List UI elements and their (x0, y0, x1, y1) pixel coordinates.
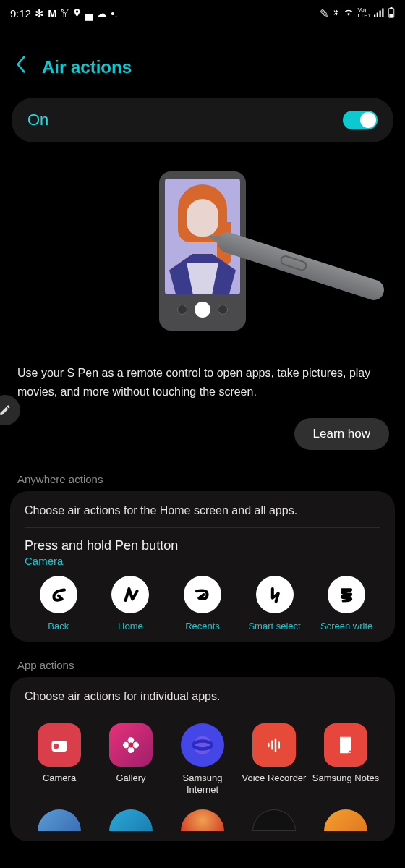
svg-rect-18 (275, 739, 276, 752)
header: Air actions (0, 26, 405, 93)
svg-rect-5 (391, 7, 393, 9)
app-partial-2[interactable] (96, 809, 166, 831)
pen-edit-icon: ✎ (320, 8, 329, 19)
status-right: ✎ Vo)LTE1 (320, 7, 395, 20)
samsung-notes-app-icon (324, 723, 367, 767)
gesture-screen-write[interactable]: Screen write (312, 576, 380, 631)
gesture-label: Smart select (248, 621, 300, 631)
anywhere-panel: Choose air actions for the Home screen a… (10, 491, 395, 642)
svg-point-9 (128, 737, 135, 743)
press-hold-row[interactable]: Press and hold Pen button Camera (25, 538, 380, 567)
app-actions-section-label: App actions (0, 652, 405, 677)
gesture-recents[interactable]: Recents (169, 576, 236, 631)
app-grid: Camera Gallery Samsung Internet Voice Re… (25, 723, 380, 796)
gesture-label: Recents (185, 621, 220, 631)
app-label: Samsung Notes (312, 773, 380, 784)
svg-rect-16 (268, 743, 269, 747)
master-toggle-switch[interactable] (343, 111, 378, 129)
cloud-icon: ▄ (85, 8, 93, 19)
svg-rect-17 (271, 741, 273, 750)
app-label: Gallery (116, 773, 145, 784)
smart-select-gesture-icon (256, 576, 294, 613)
app-label: Camera (43, 773, 76, 784)
volte-icon: Vo)LTE1 (357, 7, 371, 19)
bluetooth-icon (332, 7, 340, 20)
gesture-back[interactable]: Back (25, 576, 93, 631)
app-partial-5[interactable] (311, 809, 380, 831)
illustration (0, 171, 405, 338)
svg-rect-19 (278, 741, 280, 749)
camera-app-icon (38, 723, 81, 767)
wifi-icon (343, 8, 354, 19)
svg-point-13 (129, 743, 134, 748)
gesture-label: Back (48, 621, 69, 631)
app-grid-row-2-partial (25, 809, 380, 831)
gesture-row: Back Home Recents Smart select Screen wr… (25, 576, 380, 631)
divider (25, 527, 380, 528)
app-actions-panel: Choose air actions for individual apps. … (10, 677, 395, 841)
anywhere-intro: Choose air actions for the Home screen a… (25, 504, 380, 527)
master-toggle-row[interactable]: On (12, 98, 393, 142)
svg-rect-6 (389, 14, 393, 17)
svg-point-8 (54, 744, 59, 749)
status-time: 9:12 (10, 7, 31, 20)
app-partial-4[interactable] (239, 809, 309, 831)
voice-recorder-app-icon (252, 723, 296, 767)
back-gesture-icon (40, 576, 77, 613)
svg-point-14 (193, 736, 211, 754)
master-toggle-label: On (27, 111, 48, 129)
learn-how-row: Learn how (0, 415, 405, 466)
app-samsung-notes[interactable]: Samsung Notes (311, 723, 380, 796)
dots-icon: •. (111, 8, 117, 19)
gesture-smart-select[interactable]: Smart select (241, 576, 309, 631)
app-label: Voice Recorder (242, 773, 307, 784)
svg-rect-1 (377, 12, 378, 17)
app-actions-intro: Choose air actions for individual apps. (25, 690, 380, 713)
app-samsung-internet[interactable]: Samsung Internet (168, 723, 237, 796)
app-partial-3[interactable] (168, 809, 237, 831)
battery-icon (388, 7, 395, 20)
samsung-internet-app-icon (181, 723, 224, 767)
svg-rect-3 (382, 8, 383, 17)
svg-rect-2 (380, 10, 381, 17)
camera-controls-illustration (177, 302, 228, 318)
press-hold-title: Press and hold Pen button (25, 538, 380, 553)
location-pin-icon (72, 8, 82, 19)
screen-write-gesture-icon (328, 576, 365, 613)
twitter-bird-icon: 𝕐 (61, 8, 69, 19)
press-hold-app: Camera (25, 555, 380, 567)
app-label: Samsung Internet (168, 773, 237, 796)
mail-m-icon: M (48, 8, 57, 19)
gallery-app-icon (109, 723, 153, 767)
svg-rect-0 (374, 14, 375, 17)
page-title: Air actions (42, 57, 132, 77)
recents-gesture-icon (184, 576, 221, 613)
app-partial-1[interactable] (25, 809, 94, 831)
feature-description: Use your S Pen as a remote control to op… (0, 345, 405, 415)
gesture-label: Screen write (320, 621, 372, 631)
svg-point-12 (123, 742, 129, 749)
anywhere-section-label: Anywhere actions (0, 466, 405, 491)
status-bar: 9:12 ✻ M 𝕐 ▄ ☁ •. ✎ Vo)LTE1 (0, 0, 405, 26)
gesture-label: Home (118, 621, 143, 631)
status-left: 9:12 ✻ M 𝕐 ▄ ☁ •. (10, 7, 118, 20)
toggle-knob (360, 112, 376, 128)
home-gesture-icon (111, 576, 149, 613)
app-gallery[interactable]: Gallery (96, 723, 166, 796)
gesture-home[interactable]: Home (97, 576, 165, 631)
cloud-fill-icon: ☁ (96, 8, 107, 19)
app-voice-recorder[interactable]: Voice Recorder (239, 723, 309, 796)
svg-point-10 (133, 742, 140, 749)
learn-how-button[interactable]: Learn how (294, 418, 389, 450)
back-button[interactable] (14, 55, 27, 79)
svg-point-11 (128, 747, 135, 754)
fan-icon: ✻ (35, 8, 44, 19)
signal-bars-icon (374, 8, 385, 19)
app-camera[interactable]: Camera (25, 723, 94, 796)
